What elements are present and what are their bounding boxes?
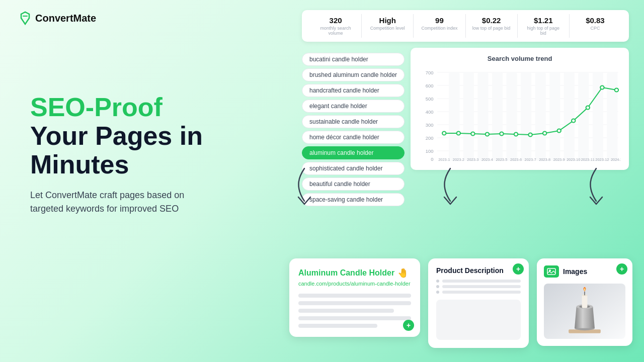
card-images: + Images xyxy=(537,258,632,346)
svg-point-33 xyxy=(529,133,532,137)
desc-dot xyxy=(436,280,439,283)
svg-point-34 xyxy=(543,132,546,135)
stat-value-2: 99 xyxy=(420,16,459,25)
svg-point-39 xyxy=(615,88,618,92)
svg-point-38 xyxy=(600,86,604,89)
stat-label-5: CPC xyxy=(576,26,615,31)
svg-rect-19 xyxy=(507,72,517,161)
svg-rect-18 xyxy=(492,72,503,161)
svg-text:2023-4: 2023-4 xyxy=(481,157,493,162)
stat-value-3: $0.22 xyxy=(472,16,511,25)
arrows-row xyxy=(289,166,611,211)
arrow-3-icon xyxy=(581,166,611,211)
stat-item-0: 320monthly search volume xyxy=(310,14,362,38)
content-line xyxy=(298,301,411,305)
stat-label-2: Competition index xyxy=(420,26,459,31)
svg-text:2023-5: 2023-5 xyxy=(496,157,508,162)
keyword-pill-1[interactable]: brushed aluminum candle holder xyxy=(302,68,405,81)
svg-text:2023-9: 2023-9 xyxy=(553,157,565,162)
card2-add-button[interactable]: + xyxy=(513,263,524,275)
candle-image xyxy=(544,284,625,339)
desc-bar xyxy=(442,280,521,283)
card1-add-button[interactable]: + xyxy=(403,320,414,331)
chart-area: Search volume trend 700 600 500 400 300 … xyxy=(411,48,629,170)
svg-text:600: 600 xyxy=(426,83,434,88)
images-icon-box xyxy=(544,265,559,278)
stat-label-1: Competition level xyxy=(368,26,407,31)
desc-dot-line xyxy=(436,291,521,294)
svg-point-54 xyxy=(549,269,551,272)
card3-header: Images xyxy=(544,265,625,278)
image-icon xyxy=(547,268,556,275)
svg-rect-24 xyxy=(578,72,589,161)
keyword-pill-5[interactable]: home décor candle holder xyxy=(302,131,405,144)
svg-rect-22 xyxy=(549,72,560,161)
keyword-pill-2[interactable]: handcrafted candle holder xyxy=(302,84,405,97)
svg-text:2024-1: 2024-1 xyxy=(611,157,621,162)
svg-text:2023-7: 2023-7 xyxy=(525,157,536,162)
svg-text:2023-10: 2023-10 xyxy=(567,157,580,162)
desc-dot-line xyxy=(436,285,521,288)
arrow-1-icon xyxy=(289,166,319,211)
chart-title: Search volume trend xyxy=(419,55,621,62)
card1-content-lines xyxy=(298,294,411,328)
hero-title-black: Your Pages in Minutes xyxy=(30,122,292,179)
keyword-pill-6[interactable]: aluminum candle holder xyxy=(302,146,405,159)
logo: ConvertMate xyxy=(18,11,96,25)
desc-bar xyxy=(442,285,521,288)
svg-rect-21 xyxy=(535,72,546,161)
content-line xyxy=(298,316,411,320)
stat-item-3: $0.22low top of page bid xyxy=(466,14,518,38)
stat-value-5: $0.83 xyxy=(576,16,615,25)
svg-point-37 xyxy=(586,106,590,110)
svg-point-28 xyxy=(457,132,460,135)
stat-item-1: HighCompetition level xyxy=(362,14,414,38)
svg-text:2023-6: 2023-6 xyxy=(510,157,522,162)
svg-text:2023-11: 2023-11 xyxy=(581,157,595,162)
stat-label-4: high top of page bid xyxy=(524,26,563,36)
desc-bar xyxy=(442,291,521,294)
keyword-pill-0[interactable]: bucatini candle holder xyxy=(302,53,405,66)
svg-text:2023-12: 2023-12 xyxy=(595,157,609,162)
svg-text:2023-1: 2023-1 xyxy=(438,157,450,162)
svg-rect-17 xyxy=(478,72,489,161)
svg-text:300: 300 xyxy=(426,123,434,128)
hero-section: SEO-Proof Your Pages in Minutes Let Conv… xyxy=(30,93,292,216)
stat-label-3: low top of page bid xyxy=(472,26,511,31)
stat-label-0: monthly search volume xyxy=(316,26,355,36)
svg-point-30 xyxy=(486,133,489,136)
svg-text:200: 200 xyxy=(426,136,434,141)
stat-value-1: High xyxy=(368,16,407,25)
stat-item-2: 99Competition index xyxy=(414,14,465,38)
keyword-pill-4[interactable]: sustainable candle holder xyxy=(302,115,405,128)
svg-text:400: 400 xyxy=(426,110,434,115)
logo-text: ConvertMate xyxy=(35,13,96,24)
svg-point-27 xyxy=(442,132,446,135)
svg-text:0: 0 xyxy=(431,157,433,162)
desc-lines xyxy=(436,280,521,294)
chart-svg: 700 600 500 400 300 200 100 0 xyxy=(419,67,621,163)
candle-holder-illustration xyxy=(565,286,605,336)
svg-text:700: 700 xyxy=(426,70,434,75)
stat-item-5: $0.83CPC xyxy=(570,14,621,38)
hero-subtitle: Let ConvertMate craft pages based on tar… xyxy=(30,189,292,216)
svg-rect-26 xyxy=(607,72,618,161)
svg-rect-59 xyxy=(582,295,588,308)
svg-point-36 xyxy=(572,119,575,123)
card3-add-button[interactable]: + xyxy=(616,263,627,275)
svg-rect-20 xyxy=(521,72,531,161)
svg-rect-16 xyxy=(463,72,474,161)
content-line xyxy=(298,309,394,313)
svg-point-35 xyxy=(557,129,561,133)
svg-text:500: 500 xyxy=(426,97,434,102)
convertmate-icon xyxy=(18,11,32,25)
arrow-2-icon xyxy=(435,166,465,211)
svg-text:2023-8: 2023-8 xyxy=(539,157,550,162)
desc-dot xyxy=(436,291,439,294)
desc-dot-line xyxy=(436,280,521,283)
keyword-pill-3[interactable]: elegant candle holder xyxy=(302,100,405,113)
card-product-description: + Product Description xyxy=(428,258,529,348)
stat-value-4: $1.21 xyxy=(524,16,563,25)
card1-url: candle.com/products/aluminum-candle-hold… xyxy=(298,281,411,287)
stat-value-0: 320 xyxy=(316,16,355,25)
